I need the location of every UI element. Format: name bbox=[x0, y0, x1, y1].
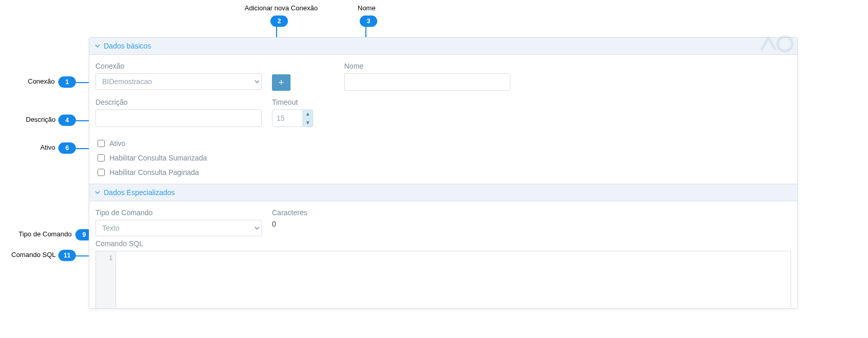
callout-badge-3: 3 bbox=[360, 15, 377, 27]
hcs-checkbox-wrapper[interactable]: Habilitar Consulta Sumarizada bbox=[95, 153, 207, 163]
sql-editor[interactable]: 1 bbox=[95, 251, 791, 308]
descricao-input[interactable] bbox=[95, 109, 262, 127]
hcp-checkbox[interactable] bbox=[98, 169, 105, 176]
main-panel: Dados básicos Conexão BIDemostracao bbox=[89, 37, 798, 309]
ativo-checkbox-label: Ativo bbox=[109, 139, 125, 148]
caracteres-label: Caracteres bbox=[272, 208, 307, 217]
brand-watermark-icon bbox=[758, 35, 794, 55]
tipo-comando-label: Tipo de Comando bbox=[95, 208, 262, 217]
section-basic: Dados básicos Conexão BIDemostracao bbox=[89, 38, 797, 184]
callout-comando-sql-label: Comando SQL bbox=[11, 251, 56, 259]
section-specialized: Dados Especializados Tipo de Comando Tex… bbox=[89, 184, 797, 308]
callout-add-connection-label: Adicionar nova Conexão bbox=[245, 4, 318, 12]
callout-badge-2: 2 bbox=[270, 15, 288, 27]
editor-code-area[interactable] bbox=[116, 251, 791, 308]
spin-down-icon[interactable]: ▼ bbox=[303, 119, 313, 127]
chevron-down-icon bbox=[94, 43, 101, 49]
callout-descricao-label: Descrição bbox=[26, 116, 56, 123]
plus-icon: + bbox=[279, 78, 284, 87]
descricao-label: Descrição bbox=[95, 98, 262, 106]
line-number: 1 bbox=[96, 254, 112, 262]
nome-input[interactable] bbox=[344, 73, 510, 91]
timeout-input[interactable] bbox=[272, 114, 302, 122]
timeout-stepper[interactable]: ▲ ▼ bbox=[272, 109, 313, 127]
chevron-down-icon bbox=[94, 189, 101, 196]
tipo-comando-select[interactable]: Texto bbox=[95, 220, 262, 236]
spin-up-icon[interactable]: ▲ bbox=[303, 110, 313, 119]
editor-gutter: 1 bbox=[96, 251, 116, 308]
nome-label: Nome bbox=[344, 62, 510, 70]
ativo-checkbox-wrapper[interactable]: Ativo bbox=[95, 138, 125, 149]
conexao-label: Conexão bbox=[95, 62, 262, 70]
hcp-checkbox-label: Habilitar Consulta Paginada bbox=[109, 168, 199, 176]
section-basic-title: Dados básicos bbox=[104, 42, 151, 50]
callout-ativo-label: Ativo bbox=[40, 143, 55, 151]
hcs-checkbox-label: Habilitar Consulta Sumarizada bbox=[109, 154, 207, 162]
timeout-label: Timeout bbox=[272, 98, 313, 106]
conexao-select[interactable]: BIDemostracao bbox=[95, 73, 262, 90]
callout-conexao-label: Conexão bbox=[28, 77, 55, 85]
svg-point-0 bbox=[778, 37, 792, 51]
add-connection-button[interactable]: + bbox=[272, 74, 291, 91]
section-basic-header[interactable]: Dados básicos bbox=[89, 38, 797, 55]
section-specialized-title: Dados Especializados bbox=[104, 188, 175, 197]
section-specialized-header[interactable]: Dados Especializados bbox=[89, 184, 797, 201]
callout-nome-label: Nome bbox=[358, 4, 376, 12]
caracteres-value: 0 bbox=[272, 220, 307, 228]
comando-sql-label: Comando SQL bbox=[95, 239, 791, 248]
hcp-checkbox-wrapper[interactable]: Habilitar Consulta Paginada bbox=[95, 167, 199, 178]
callout-tipo-comando-label: Tipo de Comando bbox=[19, 230, 72, 238]
hcs-checkbox[interactable] bbox=[98, 154, 105, 162]
ativo-checkbox[interactable] bbox=[98, 140, 105, 147]
